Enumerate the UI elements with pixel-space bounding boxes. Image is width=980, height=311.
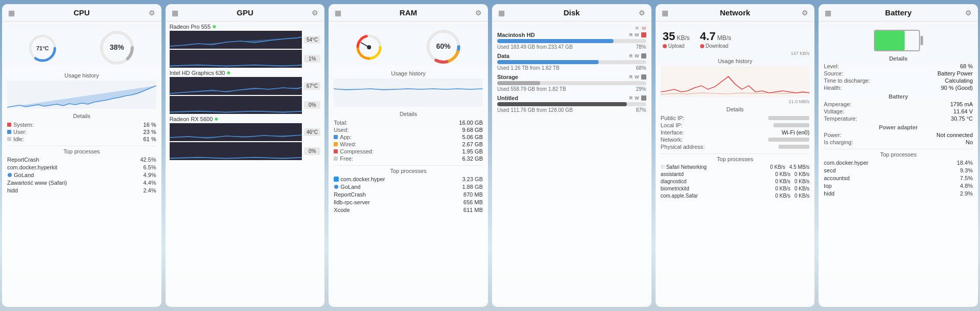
network-process-2: diagnosticd 0 KB/s 0 KB/s — [661, 178, 810, 185]
gpu-temp-0b: 1% — [304, 55, 320, 63]
ram-title: RAM — [341, 8, 475, 17]
disk-gear-icon[interactable]: ⚙ — [639, 9, 645, 17]
ram-process-name-0: com.docker.hyper — [334, 176, 460, 182]
battery-voltage-row: Voltage: 11.64 V — [824, 108, 973, 115]
network-network-bar — [768, 138, 809, 142]
svg-rect-8 — [170, 31, 302, 49]
network-local-ip-bar — [773, 123, 809, 127]
cpu-gauges: 71°C 38% — [7, 26, 156, 70]
battery-level-value: 68 % — [960, 63, 973, 69]
cpu-process-4: hidd 2.4% — [7, 186, 156, 194]
ram-panel-header: ▦ RAM ⚙ — [329, 4, 488, 22]
network-download-stat: 4.7 MB/s Download — [700, 30, 731, 49]
battery-process-name-3: top — [824, 183, 958, 189]
cpu-process-2: GoLand 4.9% — [7, 171, 156, 179]
battery-panel-header: ▦ Battery ⚙ — [819, 4, 978, 22]
network-gear-icon[interactable]: ⚙ — [802, 9, 808, 17]
network-process-upload-4: 0 KB/s — [775, 193, 790, 199]
svg-rect-12 — [170, 123, 302, 141]
ram-total-row: Total: 16.00 GB — [334, 119, 483, 126]
disk-usage-2: Used 558.79 GB from 1.82 TB 29% — [497, 86, 646, 92]
ram-used-row: Used: 9.68 GB — [334, 126, 483, 133]
ram-processes: com.docker.hyper 3.23 GB GoLand 1.88 GB … — [334, 175, 483, 213]
battery-fill — [875, 31, 905, 50]
cpu-process-name-0: ReportCrash — [7, 157, 138, 163]
battery-temperature-row: Temperature: 30.75 °C — [824, 115, 973, 122]
disk-drive-3: Untitled R W Used 111.76 GB from 128.00 … — [497, 95, 646, 113]
battery-power-value: Not connected — [936, 132, 973, 138]
svg-point-29 — [334, 185, 338, 189]
battery-chart-icon: ▦ — [825, 9, 831, 17]
gpu-status-dot-2 — [215, 118, 218, 121]
network-process-4: com.apple.Safar 0 KB/s 0 KB/s — [661, 192, 810, 199]
battery-charging-value: No — [966, 139, 973, 145]
ram-top-processes-label: Top processes — [334, 165, 483, 174]
svg-text:1: 1 — [368, 44, 371, 50]
cpu-processes: ReportCrash 42.5% com.docker.hyperkit 6.… — [7, 156, 156, 194]
network-local-ip: Local IP: — [661, 122, 810, 129]
cpu-process-value-3: 4.4% — [144, 180, 156, 186]
battery-amperage-value: 1795 mA — [950, 101, 973, 107]
svg-text:60%: 60% — [436, 42, 451, 50]
ram-free-value: 6.32 GB — [462, 156, 483, 162]
network-content: 35 KB/s Upload 4.7 MB/s Download 14 — [656, 22, 815, 307]
battery-gear-icon[interactable]: ⚙ — [965, 9, 972, 17]
gpu-device-2: Radeon RX 5600 — [170, 116, 321, 122]
ram-process-value-1: 1.88 GB — [462, 184, 483, 190]
network-process-upload-1: 0 KB/s — [775, 171, 790, 177]
ram-wired-row: Wired: 2.67 GB — [334, 141, 483, 148]
battery-process-4: hidd 2.9% — [824, 189, 973, 197]
gpu-device-name-2: Radeon RX 5600 — [170, 116, 218, 122]
gpu-chart-0a — [170, 31, 302, 49]
goland-icon — [7, 172, 12, 178]
ram-process-4: Xcode 611 MB — [334, 206, 483, 213]
ram-process-1: GoLand 1.88 GB — [334, 183, 483, 190]
battery-processes: com.docker.hyper 18.4% secd 9.3% account… — [824, 159, 973, 197]
cpu-chart-icon: ▦ — [8, 9, 15, 17]
gpu-chart-row-1b: 0% — [170, 96, 321, 114]
ram-pressure-svg: 1 — [354, 32, 384, 63]
ram-app-label: App: — [334, 134, 352, 140]
network-process-download-4: 0 KB/s — [794, 193, 809, 199]
network-public-ip-bar — [768, 116, 809, 120]
ram-process-value-0: 3.23 GB — [462, 176, 483, 182]
network-process-upload-2: 0 KB/s — [775, 179, 790, 184]
ram-total-value: 16.00 GB — [459, 120, 483, 126]
cpu-temp-gauge: 71°C — [27, 33, 58, 64]
cpu-process-value-1: 6.5% — [144, 164, 156, 170]
cpu-idle-dot — [7, 137, 11, 141]
battery-details-section-title: Details — [824, 55, 973, 62]
cpu-process-0: ReportCrash 42.5% — [7, 156, 156, 163]
ram-process-value-2: 870 MB — [463, 191, 483, 198]
cpu-process-value-0: 42.5% — [140, 157, 156, 163]
cpu-idle-value: 61 % — [144, 136, 156, 142]
battery-source-row: Source: Battery Power — [824, 70, 973, 77]
cpu-gear-icon[interactable]: ⚙ — [149, 9, 155, 17]
disk-0-indicator — [641, 32, 646, 37]
ram-free-label: Free: — [334, 156, 353, 162]
ram-gear-icon[interactable]: ⚙ — [475, 9, 482, 17]
ram-free-row: Free: 6.32 GB — [334, 155, 483, 162]
battery-process-name-4: hidd — [824, 190, 958, 197]
docker-icon-ram — [334, 177, 339, 182]
cpu-usage-svg: 38% — [98, 29, 136, 67]
gpu-chart-row-1a: 67°C — [170, 77, 321, 95]
cpu-process-name-2: GoLand — [7, 172, 141, 178]
ram-app-row: App: 5.06 GB — [334, 133, 483, 141]
network-process-name-0: Safari Networking — [661, 164, 768, 170]
ram-chart-icon: ▦ — [335, 9, 341, 17]
battery-source-value: Battery Power — [937, 70, 973, 76]
disk-usage-1: Used 1.26 TB from 1.82 TB 68% — [497, 65, 646, 71]
battery-power-row: Power: Not connected — [824, 131, 973, 139]
cpu-process-value-2: 4.9% — [144, 172, 156, 178]
battery-visual — [874, 30, 923, 51]
gpu-gear-icon[interactable]: ⚙ — [312, 9, 318, 17]
network-download-unit: MB/s — [717, 34, 731, 42]
battery-process-value-2: 7.5% — [960, 175, 973, 181]
disk-drive-2: Storage R W Used 558.79 GB from 1.82 TB … — [497, 74, 646, 92]
gpu-chart-row-2b: 0% — [170, 142, 321, 160]
battery-content: Details Level: 68 % Source: Battery Powe… — [819, 22, 978, 307]
battery-voltage-value: 11.64 V — [953, 108, 973, 114]
network-download-label: Download — [700, 43, 731, 49]
ram-pressure-gauge: 1 — [354, 32, 384, 63]
